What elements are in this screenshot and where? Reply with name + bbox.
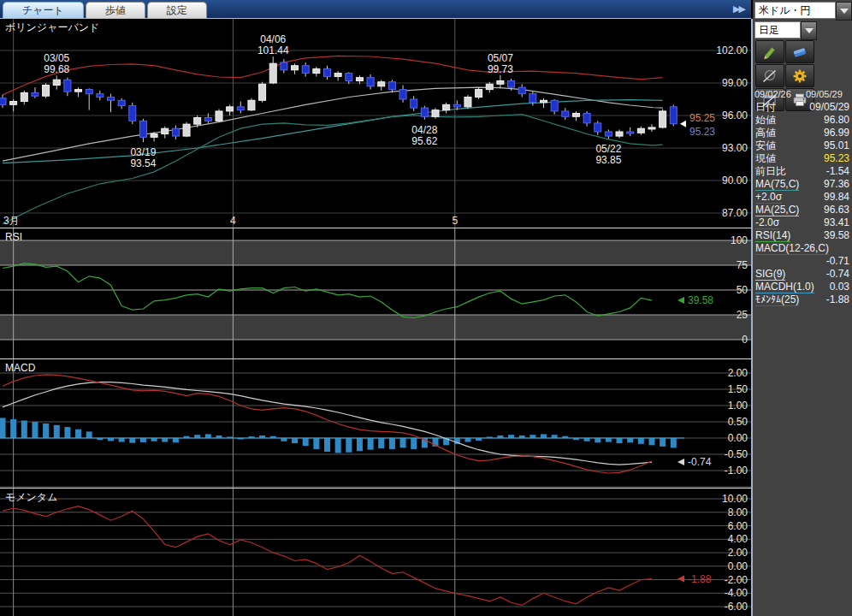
momentum-chart-svg[interactable]: 10.008.006.004.002.000.00-2.00-4.00-6.00… xyxy=(0,489,751,616)
interval-select[interactable]: 日足 xyxy=(754,21,817,38)
interval-value[interactable]: 日足 xyxy=(754,21,801,38)
side-panel: 米ドル・円 日足 xyxy=(753,0,852,616)
interval-dropdown-button[interactable] xyxy=(801,21,817,40)
svg-text:6.00: 6.00 xyxy=(728,520,748,532)
svg-text:04/28: 04/28 xyxy=(411,124,437,136)
quote-row-value: 0.03 xyxy=(830,281,849,293)
date-range: 09/02/26 ～ 09/05/29 xyxy=(754,88,850,101)
svg-text:39.58: 39.58 xyxy=(688,294,713,306)
tab-chart[interactable]: チャート xyxy=(3,2,84,19)
svg-text:05/22: 05/22 xyxy=(595,143,621,155)
svg-text:50: 50 xyxy=(737,284,748,296)
eraser-icon xyxy=(791,44,808,60)
svg-text:95.62: 95.62 xyxy=(411,135,437,147)
svg-text:102.00: 102.00 xyxy=(716,44,748,56)
symbol-value[interactable]: 米ドル・円 xyxy=(754,2,836,19)
svg-text:10.00: 10.00 xyxy=(722,493,748,505)
symbol-select[interactable]: 米ドル・円 xyxy=(754,2,852,18)
quote-row: MA(75,C)97.36 xyxy=(753,178,852,191)
tab-tick[interactable]: 歩値 xyxy=(86,2,145,19)
quote-row-value: 39.58 xyxy=(824,229,849,242)
tab-list: チャート歩値設定 xyxy=(0,0,751,19)
quote-row-label: MACDH(1.0) xyxy=(755,281,814,293)
quote-row: RSI(14)39.58 xyxy=(753,229,852,242)
quote-row-label: MA(25,C) xyxy=(755,204,799,216)
svg-text:-0.74: -0.74 xyxy=(688,456,712,468)
quote-row-label: +2.0σ xyxy=(755,191,782,204)
svg-text:75: 75 xyxy=(737,259,748,271)
quote-row-label: RSI(14) xyxy=(755,229,790,242)
svg-text:-0.50: -0.50 xyxy=(725,448,748,460)
chevron-down-icon xyxy=(840,9,849,14)
tab-bar: チャート歩値設定 ▶▶ xyxy=(0,0,751,19)
svg-text:05/07: 05/07 xyxy=(488,52,513,64)
quote-row: ﾓﾒﾝﾀﾑ(25)-1.88 xyxy=(753,293,852,306)
pencil-icon xyxy=(761,44,778,60)
quote-row: 始値96.80 xyxy=(753,114,852,127)
svg-text:2.00: 2.00 xyxy=(728,547,748,559)
gear-icon xyxy=(791,68,808,84)
svg-text:-6.00: -6.00 xyxy=(725,601,748,613)
svg-text:99.68: 99.68 xyxy=(44,63,69,75)
macd-label: MACD xyxy=(5,363,35,374)
quote-row-label: 始値 xyxy=(755,114,776,127)
svg-text:0: 0 xyxy=(742,334,748,346)
quote-row-label: 前日比 xyxy=(755,165,786,178)
tab-settings[interactable]: 設定 xyxy=(147,2,207,19)
quote-row-label: 現値 xyxy=(755,152,776,165)
quote-row-label: -2.0σ xyxy=(755,216,779,229)
quote-row-label: SIG(9) xyxy=(755,268,785,281)
quote-row-value: -0.74 xyxy=(826,268,849,281)
quote-row: -2.0σ93.41 xyxy=(753,216,852,229)
quote-table: 日付09/05/29始値96.80高値96.99安値95.01現値95.23前日… xyxy=(753,101,852,306)
quote-row-label: MA(75,C) xyxy=(755,178,799,191)
svg-text:93.85: 93.85 xyxy=(595,154,621,166)
svg-text:0.00: 0.00 xyxy=(728,560,748,572)
svg-text:101.44: 101.44 xyxy=(257,44,289,56)
chevron-down-icon xyxy=(805,28,814,33)
quote-row-value: 09/05/29 xyxy=(809,101,849,114)
quote-row-value: 95.01 xyxy=(824,139,849,152)
rsi-label: RSI xyxy=(5,232,22,243)
svg-text:03/05: 03/05 xyxy=(44,52,69,64)
svg-text:2.00: 2.00 xyxy=(728,367,748,379)
macd-chart-svg[interactable]: 2.001.501.000.500.00-0.50-1.00-0.74 xyxy=(0,359,751,488)
quote-row-label: 日付 xyxy=(755,101,776,114)
quote-row: 高値96.99 xyxy=(753,127,852,139)
settings-gear-button[interactable] xyxy=(785,64,814,87)
svg-text:99.00: 99.00 xyxy=(722,77,748,89)
svg-text:-2.00: -2.00 xyxy=(725,574,748,586)
svg-text:8.00: 8.00 xyxy=(728,506,748,518)
quote-row-value: 96.99 xyxy=(824,127,849,139)
svg-text:93.54: 93.54 xyxy=(130,157,156,169)
svg-text:03/19: 03/19 xyxy=(130,146,156,158)
draw-line-button[interactable] xyxy=(755,40,784,63)
svg-text:-4.00: -4.00 xyxy=(725,587,748,599)
tab-overflow-icon[interactable]: ▶▶ xyxy=(733,3,744,15)
svg-text:-1.88: -1.88 xyxy=(688,573,712,585)
rsi-chart-svg[interactable]: 100755025039.58 xyxy=(0,228,751,358)
svg-text:-1.00: -1.00 xyxy=(725,465,748,477)
delete-line-button[interactable] xyxy=(755,64,784,87)
quote-row: 現値95.23 xyxy=(753,152,852,165)
svg-text:95.25: 95.25 xyxy=(689,112,715,124)
quote-row-value: 95.23 xyxy=(824,152,849,165)
momentum-label: モメンタム xyxy=(5,492,57,503)
symbol-dropdown-button[interactable] xyxy=(836,2,852,21)
main-chart-svg[interactable]: 102.0099.0096.0093.0090.0087.003月4503/05… xyxy=(0,19,751,228)
quote-row-value: 93.41 xyxy=(824,216,849,229)
svg-text:93.00: 93.00 xyxy=(722,142,748,154)
eraser-button[interactable] xyxy=(785,40,814,63)
quote-row: -0.71 xyxy=(753,255,852,268)
svg-text:1.50: 1.50 xyxy=(728,383,748,395)
svg-text:4.00: 4.00 xyxy=(728,533,748,545)
svg-text:87.00: 87.00 xyxy=(722,207,748,219)
svg-text:1.00: 1.00 xyxy=(728,400,748,412)
quote-row: 安値95.01 xyxy=(753,139,852,152)
quote-row-label: 高値 xyxy=(755,127,776,139)
chart-area: 102.0099.0096.0093.0090.0087.003月4503/05… xyxy=(0,19,753,616)
quote-row-label: MACD(12-26,C) xyxy=(755,242,829,255)
svg-text:5: 5 xyxy=(452,215,458,227)
quote-row: MACD(12-26,C) xyxy=(753,242,852,255)
quote-row-value: -0.71 xyxy=(826,255,849,268)
